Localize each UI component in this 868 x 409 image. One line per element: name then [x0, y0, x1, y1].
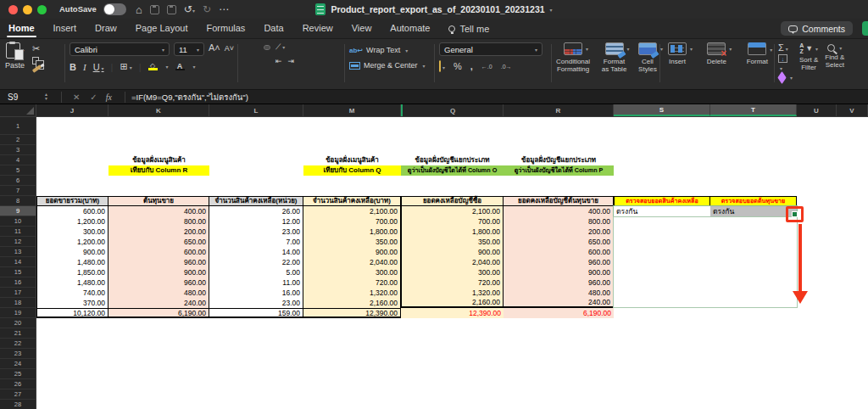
align-right-button[interactable] — [264, 59, 270, 63]
decrease-decimal-button[interactable]: .0→ — [501, 64, 512, 70]
total-cell-q19[interactable]: 12,390.00 — [401, 308, 504, 318]
align-left-button[interactable] — [242, 59, 248, 63]
tell-me-button[interactable]: Tell me — [448, 24, 489, 34]
cell-k[interactable]: 200.00 — [108, 227, 209, 237]
cell-m[interactable]: 2,160.00 — [303, 298, 401, 308]
merge-center-button[interactable]: Merge & Center▾ — [349, 58, 432, 73]
align-center-button[interactable] — [253, 59, 259, 63]
header-cell-r8[interactable]: ยอดคงเหลือบัญชีต้นทุนขาย — [504, 196, 614, 206]
row-header[interactable]: 26 — [0, 379, 36, 389]
cell-r[interactable]: 900.00 — [504, 267, 614, 277]
cell-j[interactable]: 1,480.00 — [36, 257, 108, 267]
underline-button[interactable]: U▾ — [93, 62, 104, 72]
col-header-V[interactable]: V — [837, 104, 868, 116]
row-header[interactable]: 7 — [0, 186, 36, 196]
row-header[interactable]: 25 — [0, 369, 36, 379]
clear-button[interactable]: ▾ — [778, 74, 793, 81]
share-button-partial[interactable] — [862, 21, 868, 36]
wrap-text-button[interactable]: ab↩ Wrap Text▾ — [349, 42, 432, 58]
accounting-format-button[interactable]: ▾ — [439, 61, 445, 71]
font-color-button[interactable]: A — [175, 63, 185, 71]
cell-l[interactable]: 12.00 — [209, 216, 303, 227]
cell-k[interactable]: 240.00 — [108, 298, 209, 308]
align-middle-button[interactable] — [253, 46, 259, 49]
header-cell-j8[interactable]: ยอดขายรวม(บาท) — [36, 196, 108, 206]
paste-button[interactable]: ▾ — [6, 42, 25, 59]
tab-formulas[interactable]: Formulas — [207, 20, 246, 38]
sort-filter-button[interactable]: AZ▼▾ Sort &Filter — [799, 42, 818, 81]
cell-q[interactable]: 2,100.00 — [401, 206, 504, 216]
cell-r[interactable]: 480.00 — [504, 288, 614, 298]
align-top-button[interactable] — [242, 46, 248, 49]
cell-r4[interactable]: ข้อมูลฝั่งบัญชีแยกประเภท — [504, 155, 614, 165]
col-header-S[interactable]: S — [614, 104, 710, 116]
row-header[interactable]: 8 — [0, 196, 36, 206]
increase-font-icon[interactable]: A˄ — [209, 42, 220, 56]
cell-l[interactable]: 23.00 — [209, 227, 303, 237]
select-all-corner[interactable] — [0, 104, 36, 116]
cut-icon[interactable]: ✂ — [32, 43, 42, 54]
cell-m[interactable]: 700.00 — [303, 216, 401, 227]
tab-review[interactable]: Review — [303, 20, 333, 38]
autosum-button[interactable]: Σ▾ — [778, 42, 793, 53]
align-bottom-button[interactable] — [264, 46, 270, 49]
col-header-K[interactable]: K — [108, 104, 209, 116]
total-cell-m19[interactable]: 12,390.00 — [303, 308, 401, 318]
total-cell-l19[interactable]: 159.00 — [209, 308, 303, 318]
cell-j[interactable]: 370.00 — [36, 298, 108, 308]
row-header[interactable]: 11 — [0, 227, 36, 237]
cell-r[interactable]: 650.00 — [504, 237, 614, 247]
cell-r5[interactable]: ดูว่าเป็นผังบัญชีใดได้ที่ Column P — [504, 165, 614, 176]
cell-l[interactable]: 5.00 — [209, 267, 303, 277]
row-header[interactable]: 14 — [0, 257, 36, 267]
name-box[interactable]: S9 — [0, 92, 44, 102]
decrease-indent-button[interactable]: ⇤ — [275, 57, 282, 65]
row-header[interactable]: 10 — [0, 216, 36, 227]
cell-m[interactable]: 2,040.00 — [303, 257, 401, 267]
cell-q4[interactable]: ข้อมูลฝั่งบัญชีแยกประเภท — [401, 155, 504, 165]
row-header[interactable]: 24 — [0, 359, 36, 369]
name-box-stepper[interactable]: ▲▼ — [44, 92, 48, 101]
increase-indent-button[interactable]: ⇥ — [288, 57, 295, 65]
cell-q[interactable]: 1,800.00 — [401, 227, 504, 237]
tab-page-layout[interactable]: Page Layout — [136, 20, 188, 38]
italic-button[interactable]: I — [83, 62, 86, 72]
header-cell-m8[interactable]: จำนวนสินค้าคงเหลือ(บาท) — [303, 196, 401, 206]
format-cells-button[interactable]: ▾ Format — [747, 42, 768, 65]
fill-color-button[interactable]: ◇ — [148, 63, 158, 70]
cell-r[interactable]: 240.00 — [504, 298, 614, 308]
col-header-R[interactable]: R — [504, 104, 614, 116]
comments-button[interactable]: Comments — [781, 21, 853, 36]
cell-k[interactable]: 900.00 — [108, 267, 209, 277]
decrease-font-icon[interactable]: A˅ — [225, 42, 234, 56]
cell-j[interactable]: 1,200.00 — [36, 237, 108, 247]
cell-m[interactable]: 720.00 — [303, 277, 401, 288]
header-cell-q8[interactable]: ยอดคงเหลือบัญชีซื้อ — [401, 196, 504, 206]
conditional-formatting-button[interactable]: ▾ ConditionalFormatting — [556, 42, 590, 73]
tab-home[interactable]: Home — [8, 20, 35, 38]
col-header-M[interactable]: M — [303, 104, 401, 116]
cell-q[interactable]: 720.00 — [401, 277, 504, 288]
cell-m4[interactable]: ข้อมูลฝั่งเมนูสินค้า — [303, 155, 401, 165]
increase-decimal-button[interactable]: ←.0 — [481, 64, 492, 70]
total-cell-k19[interactable]: 6,190.00 — [108, 308, 209, 318]
cell-l[interactable]: 11.00 — [209, 277, 303, 288]
cell-m[interactable]: 2,100.00 — [303, 206, 401, 216]
row-header-selected[interactable]: 9 — [0, 206, 36, 216]
col-header-Q[interactable]: Q — [401, 104, 504, 116]
row-header[interactable]: 15 — [0, 267, 36, 277]
tab-draw[interactable]: Draw — [95, 20, 117, 38]
cell-m[interactable]: 1,320.00 — [303, 288, 401, 298]
cell-k4[interactable]: ข้อมูลฝั่งเมนูสินค้า — [108, 155, 209, 165]
header-cell-l8[interactable]: จำนวนสินค้าคงเหลือ(หน่วย) — [209, 196, 303, 206]
cell-styles-button[interactable]: ▾ CellStyles — [638, 42, 657, 73]
row-header[interactable]: 21 — [0, 328, 36, 339]
cell-q[interactable]: 900.00 — [401, 247, 504, 257]
cell-q[interactable]: 350.00 — [401, 237, 504, 247]
orientation-button[interactable]: ⟋▾ — [275, 42, 285, 52]
cell-q5[interactable]: ดูว่าเป็นผังบัญชีใดได้ที่ Column O — [401, 165, 504, 176]
header-cell-k8[interactable]: ต้นทุนขาย — [108, 196, 209, 206]
insert-cells-button[interactable]: ▾ Insert — [668, 42, 687, 65]
cell-k5[interactable]: เทียบกับ Column R — [108, 165, 209, 176]
total-cell-r19[interactable]: 6,190.00 — [504, 308, 614, 318]
